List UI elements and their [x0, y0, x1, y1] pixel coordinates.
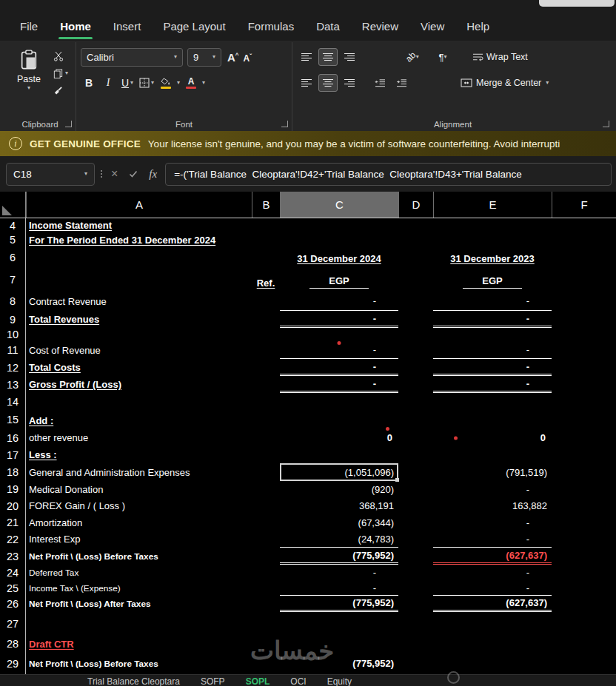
cell-C10[interactable] [280, 328, 398, 341]
sheet-tab-oci[interactable]: OCI [280, 675, 316, 686]
cell-D6[interactable] [398, 247, 433, 267]
cell-B14[interactable] [252, 393, 280, 410]
cell-A10[interactable] [26, 328, 252, 341]
cell-E19[interactable]: - [433, 481, 552, 497]
row-header-19[interactable]: 19 [0, 481, 26, 497]
row-header-11[interactable]: 11 [0, 341, 26, 359]
alignment-dialog-launcher-icon[interactable] [603, 121, 609, 127]
cell-F23[interactable] [552, 548, 616, 565]
cell-E21[interactable]: - [433, 514, 552, 531]
cell-C19[interactable]: (920) [280, 481, 398, 497]
cell-F13[interactable] [552, 376, 616, 393]
cell-C20[interactable]: 368,191 [280, 497, 398, 514]
cell-B18[interactable] [252, 463, 280, 481]
increase-indent-button[interactable] [392, 74, 411, 92]
cell-C15[interactable] [280, 410, 398, 429]
row-header-20[interactable]: 20 [0, 497, 26, 514]
formula-input[interactable]: =-('Trial Balance Cleoptara'!D42+'Trial … [165, 163, 612, 186]
cell-E20[interactable]: 163,882 [433, 497, 552, 514]
cell-C26[interactable]: (775,952) [280, 596, 398, 612]
cell-D8[interactable] [398, 292, 433, 311]
cell-B27[interactable] [252, 612, 280, 635]
cell-E29[interactable] [433, 653, 552, 674]
row-header-21[interactable]: 21 [0, 514, 26, 531]
row-header-12[interactable]: 12 [0, 359, 26, 376]
cell-D27[interactable] [398, 612, 433, 635]
font-dialog-launcher-icon[interactable] [281, 121, 288, 127]
decrease-indent-button[interactable] [370, 74, 389, 92]
cell-D29[interactable] [398, 653, 433, 674]
cell-A28[interactable]: Draft CTR [26, 635, 252, 653]
row-header-6[interactable]: 6 [0, 247, 26, 267]
cell-B16[interactable] [252, 429, 280, 446]
row-header-17[interactable]: 17 [0, 446, 26, 463]
cell-E18[interactable]: (791,519) [433, 463, 552, 481]
cell-A5[interactable]: For The Period Ended 31 December 2024 [26, 232, 252, 247]
cell-A11[interactable]: Cost of Revenue [26, 341, 252, 359]
cell-F15[interactable] [552, 410, 616, 429]
cell-A23[interactable]: Net Profit \ (Loss) Before Taxes [26, 548, 252, 565]
font-color-button[interactable]: A [183, 73, 199, 93]
font-name-combo[interactable]: Calibri ▾ [81, 48, 183, 67]
cell-E6[interactable]: 31 December 2023 [433, 247, 552, 267]
row-header-29[interactable]: 29 [0, 653, 26, 674]
menu-tab-formulas[interactable]: Formulas [237, 16, 306, 36]
cell-F20[interactable] [552, 497, 616, 514]
cell-B28[interactable] [252, 635, 280, 653]
cell-E8[interactable]: - [433, 292, 552, 311]
cell-A6[interactable] [26, 247, 252, 267]
borders-button[interactable]: ▾ [138, 73, 155, 93]
cell-E27[interactable] [433, 612, 552, 635]
cell-D18[interactable] [398, 463, 433, 481]
cell-A8[interactable]: Contract Revenue [26, 292, 252, 311]
wrap-text-button[interactable]: Wrap Text [469, 48, 531, 66]
cell-D24[interactable] [398, 565, 433, 580]
cell-E9[interactable]: - [433, 311, 552, 328]
cell-B7[interactable]: Ref. [252, 267, 280, 292]
cell-C24[interactable]: - [280, 565, 398, 580]
cell-E26[interactable]: (627,637) [433, 596, 552, 612]
cell-C17[interactable] [280, 446, 398, 463]
cell-B9[interactable] [252, 311, 280, 328]
row-header-24[interactable]: 24 [0, 565, 26, 580]
row-header-8[interactable]: 8 [0, 292, 26, 311]
menu-tab-page-layout[interactable]: Page Layout [152, 16, 236, 36]
row-header-22[interactable]: 22 [0, 531, 26, 548]
cell-A20[interactable]: FOREX Gain / ( Loss ) [26, 497, 252, 514]
cell-D20[interactable] [398, 497, 433, 514]
cell-C23[interactable]: (775,952) [280, 548, 398, 565]
row-header-26[interactable]: 26 [0, 596, 26, 612]
cell-C27[interactable] [280, 612, 398, 635]
cell-B11[interactable] [252, 341, 280, 359]
cell-D13[interactable] [398, 376, 433, 393]
align-top-button[interactable] [297, 48, 316, 66]
cell-C7[interactable]: EGP [280, 267, 398, 292]
cell-F17[interactable] [552, 446, 616, 463]
cell-A14[interactable] [26, 393, 252, 410]
cell-B5[interactable] [252, 232, 280, 247]
cell-E28[interactable] [433, 635, 552, 653]
cell-A13[interactable]: Gross Profit / (Loss) [26, 376, 252, 393]
cell-F29[interactable] [552, 653, 616, 674]
cut-button[interactable] [53, 51, 68, 61]
cell-C8[interactable]: - [280, 292, 398, 311]
row-header-27[interactable]: 27 [0, 612, 26, 635]
cell-D25[interactable] [398, 580, 433, 596]
cell-E16[interactable]: 0 [433, 429, 552, 446]
cell-A24[interactable]: Deferred Tax [26, 565, 252, 580]
cell-E25[interactable]: - [433, 580, 552, 596]
cell-A4[interactable]: Income Statement [26, 218, 252, 232]
cell-D22[interactable] [398, 531, 433, 548]
cell-F9[interactable] [552, 311, 616, 328]
menu-tab-insert[interactable]: Insert [102, 16, 153, 36]
cell-F26[interactable] [552, 596, 616, 612]
column-header-a[interactable]: A [26, 192, 252, 218]
cell-A9[interactable]: Total Revenues [26, 311, 252, 328]
merge-center-button[interactable]: Merge & Center ▾ [458, 74, 552, 92]
paste-button[interactable]: Paste▾ [9, 44, 49, 95]
row-header-23[interactable]: 23 [0, 548, 26, 565]
cell-A15[interactable]: Add : [26, 410, 252, 429]
sheet-tab-sofp[interactable]: SOFP [190, 675, 235, 686]
cell-D15[interactable] [398, 410, 433, 429]
cell-C4[interactable] [280, 218, 398, 232]
